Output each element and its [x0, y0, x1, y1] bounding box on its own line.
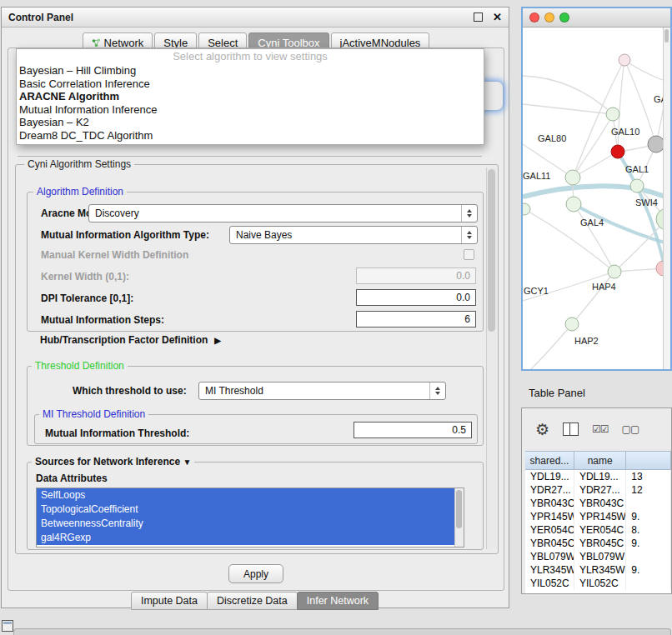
settings-scrollbar[interactable]	[486, 168, 497, 549]
node-label: GAL11	[523, 171, 550, 181]
table-row[interactable]: YBL079WYBL079W	[525, 550, 671, 563]
table-cell: 8.	[626, 523, 671, 537]
scrollbar-thumb[interactable]	[664, 29, 669, 42]
algorithm-dropdown-list: Select algorithm to view settings Bayesi…	[16, 48, 484, 145]
minimize-button[interactable]	[544, 12, 554, 22]
apply-button[interactable]: Apply	[228, 564, 283, 583]
collapse-down-icon[interactable]: ▼	[183, 458, 191, 467]
table-row[interactable]: YDR27...YDR27...12	[525, 483, 671, 497]
table-row[interactable]: YIL052CYIL052C	[525, 577, 671, 590]
collapsed-panel-strip[interactable]	[13, 628, 671, 635]
unchecked-icon: ▢	[630, 423, 639, 435]
table-header: shared...name	[525, 451, 671, 470]
table-row[interactable]: YBR043CYBR043C	[525, 497, 671, 510]
table-cell: YDL19...	[525, 470, 574, 483]
network-node[interactable]	[630, 179, 644, 192]
column-header[interactable]: shared...	[525, 452, 574, 469]
close-icon[interactable]: ✕	[493, 12, 502, 22]
network-node[interactable]	[523, 203, 530, 215]
table-cell: YDL19...	[574, 470, 626, 483]
table-row[interactable]: YER054CYER054C8.	[525, 523, 671, 537]
mi-threshold-label: Mutual Information Threshold:	[45, 428, 189, 439]
mi-threshold-field[interactable]: 0.5	[354, 422, 472, 438]
control-panel-titlebar[interactable]: Control Panel ✕	[2, 8, 509, 28]
window-title: Control Panel	[8, 12, 474, 23]
table-row[interactable]: YBR045CYBR045C9.	[525, 537, 671, 550]
network-node[interactable]	[608, 265, 621, 278]
hub-transcription-section[interactable]: Hub/Transcription Factor Definition ▶	[40, 334, 221, 346]
node-label: GAL1	[625, 164, 649, 174]
table-cell: YBR045C	[525, 537, 574, 550]
restore-panel-icon[interactable]	[2, 620, 13, 632]
combo-arrows-icon	[461, 227, 477, 243]
mi-steps-field[interactable]: 6	[356, 311, 476, 328]
data-attributes-label: Data Attributes	[36, 472, 108, 484]
mi-algorithm-type-select[interactable]: Naive Bayes	[229, 226, 478, 244]
select-all-button[interactable]: ☑☑	[592, 423, 609, 435]
algorithm-option[interactable]: Bayesian – Hill Climbing	[17, 64, 484, 78]
tab-impute-data[interactable]: Impute Data	[131, 592, 208, 610]
table-row[interactable]: YPR145WYPR145W9.	[525, 510, 671, 523]
scrollbar-thumb[interactable]	[456, 490, 462, 528]
algorithm-option[interactable]: Bayesian – K2	[17, 116, 484, 129]
network-node[interactable]	[606, 108, 619, 121]
gear-icon[interactable]: ⚙	[535, 422, 549, 438]
network-node[interactable]	[565, 318, 579, 331]
dpi-tolerance-field[interactable]: 0.0	[356, 289, 476, 306]
kernel-width-label: Kernel Width (0,1):	[41, 271, 129, 282]
network-scrollbar[interactable]	[663, 28, 670, 369]
deselect-all-button[interactable]: ▢▢	[622, 423, 639, 435]
zoom-button[interactable]	[559, 12, 569, 22]
table-cell: YER054C	[525, 523, 574, 537]
table-row[interactable]: YLR345WYLR345W9.	[525, 563, 671, 577]
network-window-titlebar[interactable]	[523, 8, 670, 28]
network-node[interactable]	[566, 197, 581, 212]
columns-icon[interactable]	[563, 422, 579, 436]
network-node[interactable]	[619, 54, 630, 66]
data-attributes-list[interactable]: SelfLoopsTopologicalCoefficientBetweenne…	[36, 488, 464, 548]
list-scrollbar[interactable]	[454, 488, 464, 547]
float-window-icon[interactable]	[474, 12, 483, 22]
column-header[interactable]	[626, 452, 671, 469]
tab-discretize-data[interactable]: Discretize Data	[207, 592, 298, 610]
algorithm-option[interactable]: Dream8 DC_TDC Algorithm	[17, 129, 484, 142]
algorithm-option[interactable]: ARACNE Algorithm	[17, 90, 484, 103]
tab-infer-network[interactable]: Infer Network	[297, 592, 379, 610]
scrollbar-thumb[interactable]	[488, 169, 495, 332]
network-icon	[92, 38, 101, 48]
expand-right-icon[interactable]: ▶	[214, 336, 221, 345]
network-node[interactable]	[648, 136, 664, 152]
column-header[interactable]: name	[574, 452, 627, 469]
table-cell: YLR345W	[574, 563, 626, 577]
table-cell: YBR045C	[574, 537, 626, 550]
cyni-algorithm-settings-group: Aracne Mode: Discovery Mutual Informatio…	[15, 164, 499, 554]
which-threshold-select[interactable]: MI Threshold	[198, 382, 446, 400]
table-cell: YDR27...	[525, 483, 574, 497]
algorithm-option[interactable]: Mutual Information Inference	[17, 103, 484, 117]
table-row[interactable]: YDL19...YDL19...13	[525, 470, 671, 483]
table-cell: 13	[626, 470, 671, 483]
network-node[interactable]	[565, 170, 580, 185]
algorithm-option[interactable]: Basic Correlation Inference	[17, 78, 484, 91]
network-node[interactable]	[611, 145, 624, 158]
mi-threshold-definition-title: MI Threshold Definition	[39, 408, 148, 420]
table-cell: YER054C	[574, 523, 626, 537]
aracne-mode-select[interactable]: Discovery	[88, 204, 478, 222]
attribute-item[interactable]: TopologicalCoefficient	[37, 502, 455, 517]
node-label: HAP4	[592, 282, 616, 292]
table-toolbar: ⚙ ☑☑ ▢▢	[522, 408, 671, 450]
hidden-combo-edge	[18, 156, 482, 157]
attribute-item[interactable]: gal4RGexp	[37, 531, 455, 545]
threshold-definition-title: Threshold Definition	[32, 360, 128, 372]
bottom-tab-bar: Impute DataDiscretize DataInfer Network	[2, 592, 509, 610]
close-button[interactable]	[529, 12, 539, 22]
manual-kernel-checkbox[interactable]	[464, 249, 474, 260]
kernel-width-field[interactable]: 0.0	[356, 268, 476, 284]
attribute-item[interactable]: SelfLoops	[37, 488, 455, 502]
sources-title[interactable]: Sources for Network Inference ▼	[32, 456, 194, 468]
table-cell: YIL052C	[525, 577, 574, 590]
which-threshold-value: MI Threshold	[199, 385, 429, 397]
network-canvas[interactable]: GALGAL80GAL10GAL11GAL1SWI4GAL4GCY1HAP4HA…	[523, 28, 670, 369]
attribute-item[interactable]: BetweennessCentrality	[37, 517, 455, 531]
table-cell: YBR043C	[574, 497, 626, 510]
